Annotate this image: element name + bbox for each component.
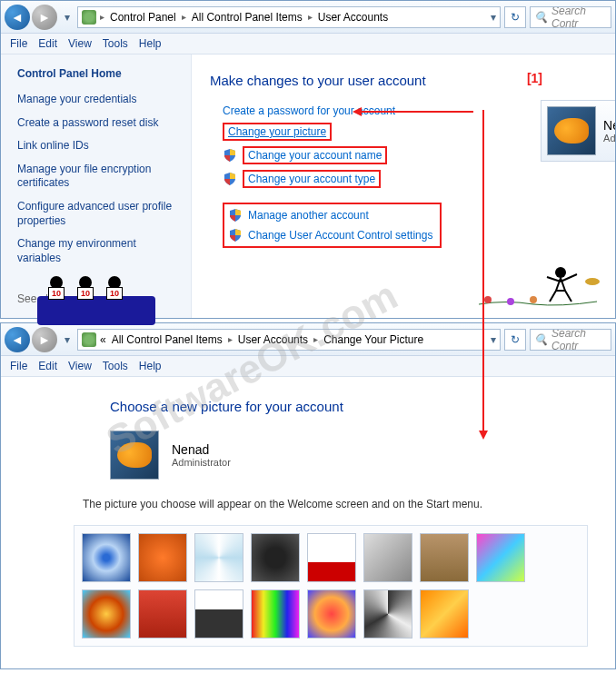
menu-view[interactable]: View: [68, 360, 92, 372]
nav-forward-button[interactable]: ►: [32, 5, 57, 30]
menu-help[interactable]: Help: [139, 360, 162, 372]
picture-option[interactable]: [307, 589, 356, 639]
picture-option[interactable]: [194, 589, 243, 639]
sidebar-link[interactable]: Change my environment variables: [17, 237, 178, 265]
search-icon: 🔍: [534, 333, 548, 346]
main-content: Make changes to your user account Create…: [192, 54, 615, 318]
refresh-button[interactable]: ↻: [504, 329, 526, 351]
task-link: Change User Account Control settings: [248, 229, 432, 242]
task-link: Change your account name: [248, 149, 382, 162]
refresh-button[interactable]: ↻: [504, 6, 526, 28]
shield-icon: [223, 172, 237, 186]
control-panel-icon: [82, 332, 96, 347]
breadcrumb-prefix[interactable]: «: [98, 333, 108, 346]
nav-bar: ◄ ► ▾ ▸ Control Panel ▸ All Control Pane…: [1, 1, 615, 34]
menu-edit[interactable]: Edit: [38, 360, 57, 372]
nav-forward-button[interactable]: ►: [32, 327, 57, 352]
sidebar: Control Panel Home Manage your credentia…: [1, 54, 192, 318]
svg-point-4: [530, 296, 537, 303]
shield-icon: [228, 228, 243, 243]
window-change-picture: ◄ ► ▾ « All Control Panel Items ▸ User A…: [0, 322, 616, 669]
picture-option[interactable]: [420, 533, 469, 582]
sidebar-link[interactable]: Manage your credentials: [17, 93, 178, 107]
task-change-type[interactable]: Change your account type: [223, 170, 597, 188]
user-name-label: Ne: [603, 118, 615, 133]
address-dropdown-icon[interactable]: ▾: [491, 333, 496, 346]
nav-back-button[interactable]: ◄: [5, 5, 30, 30]
annotation-marker: [1]: [527, 71, 542, 85]
breadcrumb-item[interactable]: User Accounts: [236, 333, 310, 346]
menu-bar: File Edit View Tools Help: [1, 34, 615, 54]
search-icon: 🔍: [534, 11, 548, 24]
picture-grid: [74, 525, 588, 647]
user-role-label: Administrator: [172, 457, 231, 468]
picture-option[interactable]: [476, 533, 525, 582]
menu-help[interactable]: Help: [139, 37, 162, 50]
menu-edit[interactable]: Edit: [38, 37, 57, 50]
annotation-arrow-down-icon: [482, 110, 484, 437]
user-avatar: [110, 431, 159, 480]
nav-history-dropdown[interactable]: ▾: [61, 333, 74, 346]
picture-option[interactable]: [363, 533, 412, 582]
sidebar-link[interactable]: Create a password reset disk: [17, 116, 178, 131]
annotation-arrow-icon: [355, 111, 473, 113]
judge-score: 10: [77, 287, 94, 300]
sidebar-link[interactable]: Configure advanced user profile properti…: [17, 200, 178, 228]
main-content: Choose a new picture for your account Ne…: [1, 377, 615, 668]
chevron-right-icon: ▸: [180, 12, 188, 22]
picture-option[interactable]: [82, 589, 131, 639]
breadcrumb-item[interactable]: Control Panel: [108, 11, 178, 24]
svg-point-1: [585, 278, 600, 285]
svg-point-3: [507, 298, 514, 305]
task-link: Manage another account: [248, 209, 369, 222]
breadcrumb-item[interactable]: Change Your Picture: [322, 333, 425, 346]
sidebar-link[interactable]: Manage your file encryption certificates: [17, 163, 178, 191]
chevron-right-icon: ▸: [98, 12, 106, 22]
picture-option[interactable]: [138, 533, 187, 582]
chevron-right-icon: ▸: [312, 334, 320, 344]
sidebar-home-link[interactable]: Control Panel Home: [17, 67, 178, 80]
picture-option[interactable]: [307, 533, 356, 582]
picture-option[interactable]: [194, 533, 243, 582]
judge-score: 10: [106, 287, 123, 300]
search-input[interactable]: 🔍 Search Contr: [530, 6, 611, 28]
nav-bar: ◄ ► ▾ « All Control Panel Items ▸ User A…: [1, 323, 615, 356]
garden-decoration: [470, 254, 606, 309]
picture-option[interactable]: [363, 589, 412, 639]
breadcrumb-item[interactable]: All Control Panel Items: [190, 11, 304, 24]
user-name-label: Nenad: [172, 442, 231, 457]
picture-option[interactable]: [420, 589, 469, 639]
picture-option[interactable]: [251, 533, 300, 582]
user-account-card: Ne Ad: [541, 100, 615, 162]
page-heading: Choose a new picture for your account: [110, 399, 588, 414]
breadcrumb-item[interactable]: All Control Panel Items: [110, 333, 224, 346]
picture-option[interactable]: [251, 589, 300, 639]
search-input[interactable]: 🔍 Search Contr: [530, 329, 611, 351]
task-manage-another[interactable]: Manage another account: [228, 208, 432, 223]
menu-bar: File Edit View Tools Help: [1, 356, 615, 377]
menu-file[interactable]: File: [10, 360, 27, 372]
task-link: Change your picture: [228, 125, 326, 138]
picture-option[interactable]: [82, 533, 131, 582]
address-bar[interactable]: ▸ Control Panel ▸ All Control Panel Item…: [77, 6, 501, 28]
judges-decoration: 10 10 10: [37, 276, 155, 325]
nav-back-button[interactable]: ◄: [5, 327, 30, 352]
picture-option[interactable]: [138, 589, 187, 639]
menu-view[interactable]: View: [68, 37, 92, 50]
menu-tools[interactable]: Tools: [103, 37, 128, 50]
address-bar[interactable]: « All Control Panel Items ▸ User Account…: [77, 329, 501, 351]
breadcrumb-item[interactable]: User Accounts: [316, 11, 390, 24]
window-user-accounts: ◄ ► ▾ ▸ Control Panel ▸ All Control Pane…: [0, 0, 616, 319]
task-uac-settings[interactable]: Change User Account Control settings: [228, 228, 432, 243]
menu-file[interactable]: File: [10, 37, 27, 50]
shield-icon: [223, 148, 237, 163]
sidebar-link[interactable]: Link online IDs: [17, 139, 178, 153]
menu-tools[interactable]: Tools: [103, 360, 128, 372]
judge-score: 10: [48, 287, 65, 300]
nav-history-dropdown[interactable]: ▾: [61, 11, 74, 24]
user-avatar: [547, 106, 596, 155]
chevron-right-icon: ▸: [226, 334, 234, 344]
address-dropdown-icon[interactable]: ▾: [491, 11, 496, 24]
svg-point-2: [484, 296, 492, 303]
search-placeholder: Search Contr: [551, 329, 607, 351]
